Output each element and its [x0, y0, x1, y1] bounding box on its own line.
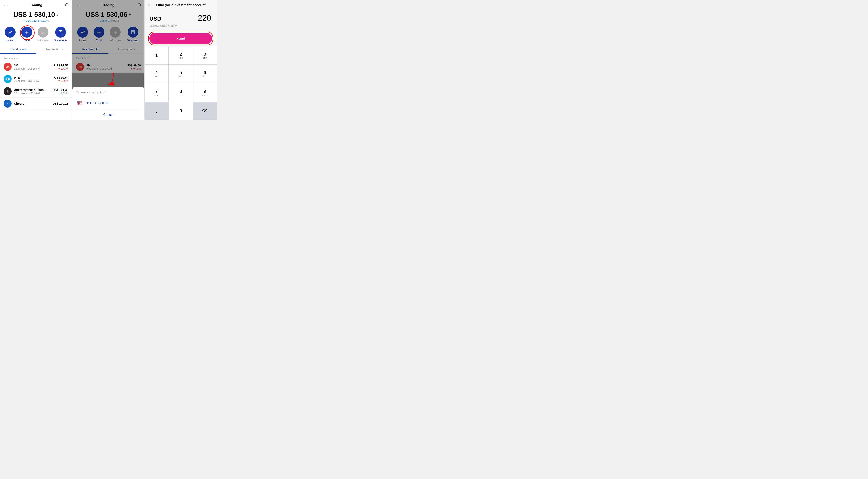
- red-arrow: [100, 72, 117, 87]
- action-fund-1[interactable]: Fund: [21, 27, 32, 42]
- withdraw-icon-1: [37, 27, 49, 37]
- fund-balance: Balance: US$ 221,37 ∨: [145, 25, 217, 31]
- withdraw-label-1: Withdraw: [37, 39, 49, 42]
- key-6[interactable]: 6 MNO: [193, 65, 217, 83]
- info-icon-1[interactable]: ⓘ: [63, 3, 68, 7]
- fund-modal: Choose account to fund 🇺🇸 USD · US$ 0,00…: [72, 87, 145, 120]
- key-1[interactable]: 1: [145, 46, 168, 64]
- investment-row-3m-1[interactable]: 3M 3M 0,62 share · US$ 159,74 US$ 99,58 …: [0, 61, 72, 73]
- fund-button-wrapper: Fund: [145, 31, 217, 46]
- statements-icon-1: [55, 27, 66, 37]
- panel-2: ← Trading ⓘ US$ 1 530,06 ∨ + US$ 0,07 0,…: [72, 0, 145, 120]
- actions-bar-1: Invest Fund Withdraw: [0, 25, 72, 45]
- balance-change-1: + US$ 0,12 ▲ 0,01 %: [4, 19, 68, 22]
- key-2[interactable]: 2 ABC: [169, 46, 193, 64]
- key-4[interactable]: 4 GHI: [145, 65, 168, 83]
- close-button-3[interactable]: ×: [148, 3, 154, 7]
- key-8[interactable]: 8 TUV: [169, 83, 193, 102]
- fund-currency: USD: [149, 15, 161, 22]
- inv-values-chevron-1: US$ 100,18: [53, 102, 68, 106]
- key-0[interactable]: 0: [169, 102, 193, 120]
- investment-row-chevron-1[interactable]: CVX Chevron US$ 100,18: [0, 98, 72, 110]
- tab-investments-1[interactable]: Investments: [0, 45, 36, 54]
- keypad: 1 2 ABC 3 DEF 4 GHI 5 JKL 6 MNO 7 PQRS 8…: [145, 46, 217, 120]
- investment-row-att-1[interactable]: AT&T 2,6 shares · US$ 38,25 US$ 99,64 ▼ …: [0, 73, 72, 85]
- page-title-1: Trading: [9, 3, 63, 7]
- logo-chevron-1: CVX: [4, 100, 12, 108]
- inv-values-3m-1: US$ 99,58 ▼ 0,42 %: [54, 64, 68, 70]
- svg-point-7: [5, 77, 10, 81]
- balance-amount-1[interactable]: US$ 1 530,10 ∨: [4, 11, 68, 19]
- statements-label-1: Statements: [54, 39, 67, 42]
- key-comma[interactable]: ,: [145, 102, 168, 120]
- balance-section-1: US$ 1 530,10 ∨ + US$ 0,12 ▲ 0,01 %: [0, 9, 72, 25]
- inv-info-chevron-1: Chevron: [14, 102, 53, 106]
- panel-1: ← Trading ⓘ US$ 1 530,10 ∨ + US$ 0,12 ▲ …: [0, 0, 72, 120]
- invest-icon-1: [5, 27, 16, 37]
- balance-chevron-1[interactable]: ∨: [56, 12, 59, 17]
- invest-label-1: Invest: [7, 39, 14, 42]
- action-withdraw-1[interactable]: Withdraw: [37, 27, 49, 42]
- modal-title: Choose account to fund: [76, 91, 141, 94]
- delete-icon: ⌫: [202, 108, 208, 113]
- investments-section-1: Investments 3M 3M 0,62 share · US$ 159,7…: [0, 54, 72, 120]
- action-invest-1[interactable]: Invest: [5, 27, 16, 42]
- inv-info-att-1: AT&T 2,6 shares · US$ 38,25: [14, 76, 54, 82]
- header-3: × Fund your investment account: [145, 0, 217, 9]
- key-5[interactable]: 5 JKL: [169, 65, 193, 83]
- inv-values-abercrombie-1: US$ 101,33 ▲ 1,33 %: [53, 88, 68, 95]
- dim-overlay: Choose account to fund 🇺🇸 USD · US$ 0,00…: [72, 0, 145, 120]
- investments-header-1: Investments: [0, 54, 72, 61]
- page-title-3: Fund your investment account: [154, 3, 208, 7]
- fund-number: 220: [198, 13, 211, 23]
- header-1: ← Trading ⓘ: [0, 0, 72, 9]
- back-button-1[interactable]: ←: [4, 3, 9, 7]
- fund-amount-section: USD 220: [145, 9, 217, 25]
- tabs-1: Investments Transactions: [0, 45, 72, 54]
- modal-usd-option[interactable]: 🇺🇸 USD · US$ 0,00: [76, 97, 141, 110]
- key-delete[interactable]: ⌫: [193, 102, 217, 120]
- action-statements-1[interactable]: Statements: [54, 27, 67, 42]
- modal-cancel-button[interactable]: Cancel: [76, 110, 141, 120]
- key-3[interactable]: 3 DEF: [193, 46, 217, 64]
- cursor: [212, 13, 212, 21]
- inv-values-att-1: US$ 99,64 ▼ 0,36 %: [54, 76, 68, 82]
- investment-row-abercrombie-1[interactable]: 🦌 Abercrombie & Fitch 6,02 shares · US$ …: [0, 85, 72, 98]
- key-9[interactable]: 9 WXYZ: [193, 83, 217, 102]
- logo-att-1: [4, 75, 12, 83]
- key-7[interactable]: 7 PQRS: [145, 83, 168, 102]
- modal-option-text: USD · US$ 0,00: [86, 101, 108, 105]
- logo-3m-1: 3M: [4, 63, 12, 71]
- fund-submit-button[interactable]: Fund: [149, 33, 212, 44]
- inv-info-3m-1: 3M 0,62 share · US$ 159,74: [14, 64, 54, 70]
- inv-info-abercrombie-1: Abercrombie & Fitch 6,02 shares · US$ 16…: [14, 88, 53, 95]
- panel-3: × Fund your investment account USD 220 B…: [145, 0, 217, 120]
- fund-label-1: Fund: [24, 39, 30, 42]
- logo-abercrombie-1: 🦌: [4, 87, 12, 95]
- tab-transactions-1[interactable]: Transactions: [36, 45, 72, 54]
- fund-icon-1: [21, 27, 32, 37]
- flag-icon: 🇺🇸: [76, 100, 83, 107]
